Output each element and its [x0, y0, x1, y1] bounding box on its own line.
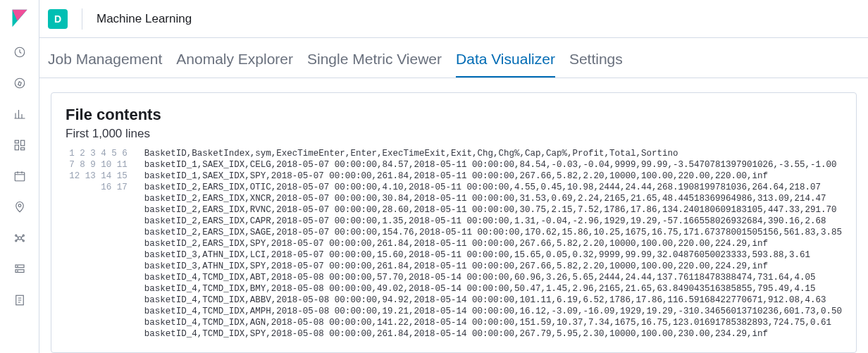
tab-settings[interactable]: Settings: [569, 51, 623, 78]
tab-anomaly-explorer[interactable]: Anomaly Explorer: [176, 51, 293, 78]
topbar: D Machine Learning: [39, 0, 868, 38]
tabs: Job ManagementAnomaly ExplorerSingle Met…: [39, 38, 868, 78]
svg-rect-6: [15, 173, 25, 181]
svg-point-1: [15, 78, 25, 88]
tab-data-visualizer[interactable]: Data Visualizer: [456, 51, 555, 78]
main-content: D Machine Learning Job ManagementAnomaly…: [39, 0, 868, 353]
maps-icon[interactable]: [13, 200, 27, 214]
code-viewer: 1 2 3 4 5 6 7 8 9 10 11 12 13 14 15 16 1…: [66, 148, 842, 340]
svg-rect-5: [20, 148, 24, 150]
tab-job-management[interactable]: Job Management: [48, 51, 162, 78]
infra-icon[interactable]: [13, 262, 27, 276]
svg-point-16: [17, 271, 18, 271]
svg-rect-14: [16, 270, 24, 273]
divider: [82, 8, 82, 30]
ml-icon[interactable]: [13, 231, 27, 245]
discover-icon[interactable]: [13, 76, 27, 90]
logs-icon[interactable]: [13, 293, 27, 307]
sidebar: [0, 0, 39, 353]
svg-rect-13: [16, 265, 24, 268]
svg-rect-3: [20, 140, 24, 146]
panel-title: File contents: [66, 106, 842, 124]
code-lines: BasketID,BasketIndex,sym,ExecTimeEnter,E…: [144, 148, 842, 340]
svg-rect-4: [15, 145, 18, 150]
svg-rect-2: [15, 140, 18, 143]
app-title: Machine Learning: [97, 12, 192, 26]
content-area: File contents First 1,000 lines 1 2 3 4 …: [39, 78, 868, 353]
svg-point-15: [17, 266, 18, 267]
timelion-icon[interactable]: [13, 169, 27, 183]
file-contents-panel: File contents First 1,000 lines 1 2 3 4 …: [51, 92, 857, 353]
svg-point-7: [18, 204, 21, 207]
visualize-icon[interactable]: [13, 107, 27, 121]
code-gutter: 1 2 3 4 5 6 7 8 9 10 11 12 13 14 15 16 1…: [66, 148, 144, 340]
svg-point-8: [18, 237, 21, 240]
kibana-logo-icon[interactable]: [10, 8, 30, 28]
tab-single-metric-viewer[interactable]: Single Metric Viewer: [307, 51, 442, 78]
panel-subtitle: First 1,000 lines: [66, 127, 842, 141]
app-badge[interactable]: D: [48, 9, 68, 29]
dashboard-icon[interactable]: [13, 138, 27, 152]
recent-icon[interactable]: [13, 45, 27, 59]
